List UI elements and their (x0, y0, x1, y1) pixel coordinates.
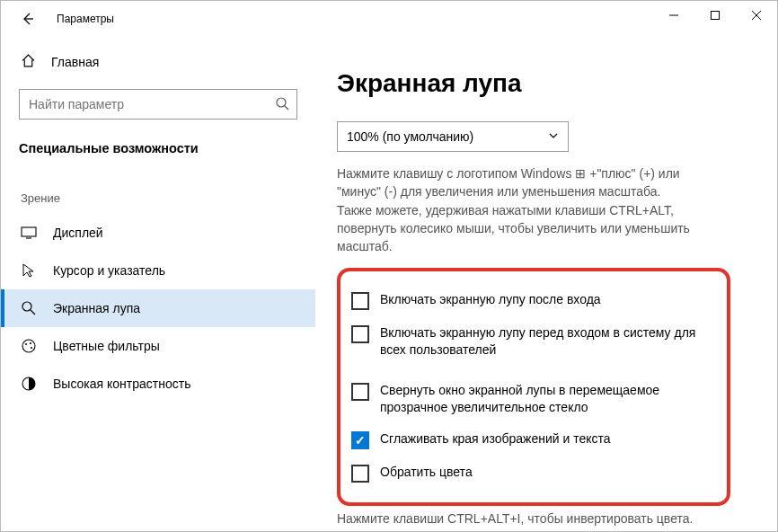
nav-label: Экранная лупа (53, 301, 140, 315)
titlebar: Параметры (1, 1, 777, 37)
svg-point-4 (277, 98, 286, 107)
content: Экранная лупа 100% (по умолчанию) Нажмит… (315, 37, 777, 531)
svg-line-5 (285, 106, 288, 110)
nav-label: Курсор и указатель (53, 263, 165, 278)
magnifier-icon (21, 300, 37, 316)
svg-rect-6 (22, 227, 36, 236)
svg-rect-1 (712, 12, 720, 20)
sidebar-item-cursor[interactable]: Курсор и указатель (1, 252, 315, 289)
sidebar-item-high-contrast[interactable]: Высокая контрастность (1, 365, 315, 403)
svg-point-12 (30, 342, 31, 344)
maximize-button[interactable] (694, 1, 736, 30)
checkbox-icon-checked (351, 431, 369, 449)
svg-line-9 (31, 310, 35, 315)
chevron-down-icon (548, 129, 559, 144)
sidebar-item-color-filters[interactable]: Цветные фильтры (1, 327, 315, 365)
group-label: Зрение (1, 170, 315, 214)
options-group-highlighted: Включать экранную лупу после входа Включ… (337, 268, 730, 506)
home-label: Главная (51, 55, 99, 69)
search-input[interactable] (19, 89, 297, 120)
checkbox-label: Свернуть окно экранной лупы в перемещаем… (380, 382, 714, 416)
nav-label: Высокая контрастность (53, 377, 190, 391)
svg-point-13 (31, 347, 32, 349)
checkbox-label: Обратить цвета (380, 464, 473, 481)
svg-point-10 (22, 340, 35, 352)
svg-point-11 (25, 343, 27, 345)
checkbox-icon (351, 325, 369, 343)
dropdown-value: 100% (по умолчанию) (347, 129, 473, 144)
checkbox-icon (351, 292, 369, 310)
sidebar-item-magnifier[interactable]: Экранная лупа (1, 289, 315, 327)
back-button[interactable] (17, 8, 39, 30)
home-icon (21, 53, 37, 71)
window-title: Параметры (57, 13, 114, 25)
section-title: Специальные возможности (1, 136, 315, 170)
body: Главная Специальные возможности Зрение Д… (1, 37, 777, 531)
page-title: Экранная лупа (337, 69, 750, 98)
display-icon (21, 225, 37, 241)
contrast-icon (21, 376, 37, 392)
checkbox-start-before-signin[interactable]: Включать экранную лупу перед входом в си… (351, 317, 714, 366)
sidebar-item-home[interactable]: Главная (1, 46, 315, 78)
window-controls (653, 1, 777, 30)
checkbox-label: Включать экранную лупу после входа (380, 291, 601, 308)
sidebar: Главная Специальные возможности Зрение Д… (1, 37, 315, 531)
checkbox-start-after-signin[interactable]: Включать экранную лупу после входа (351, 284, 714, 317)
search-field[interactable] (29, 97, 275, 111)
palette-icon (21, 338, 37, 354)
hint-text-2: Также можете, удерживая нажатыми клавиши… (337, 201, 714, 256)
checkbox-label: Включать экранную лупу перед входом в си… (380, 324, 714, 359)
sidebar-item-display[interactable]: Дисплей (1, 214, 315, 252)
search-icon (275, 96, 289, 113)
zoom-dropdown[interactable]: 100% (по умолчанию) (337, 121, 569, 152)
svg-point-8 (22, 302, 31, 311)
footer-hint: Нажмите клавиши CTRL+ALT+I, чтобы инверт… (337, 511, 714, 526)
checkbox-collapse-window[interactable]: Свернуть окно экранной лупы в перемещаем… (351, 375, 714, 423)
close-button[interactable] (736, 1, 777, 30)
minimize-button[interactable] (653, 1, 694, 30)
checkbox-invert-colors[interactable]: Обратить цвета (351, 457, 714, 490)
nav-label: Дисплей (53, 226, 103, 240)
checkbox-icon (351, 465, 369, 483)
checkbox-icon (351, 383, 369, 401)
settings-window: Параметры Главная Специальные возможност… (0, 0, 778, 532)
nav-label: Цветные фильтры (53, 339, 160, 353)
checkbox-smooth-edges[interactable]: Сглаживать края изображений и текста (351, 423, 714, 457)
checkbox-label: Сглаживать края изображений и текста (380, 430, 611, 448)
hint-text-1: Нажмите клавишу с логотипом Windows ⊞ +"… (337, 164, 714, 201)
cursor-icon (21, 262, 37, 279)
